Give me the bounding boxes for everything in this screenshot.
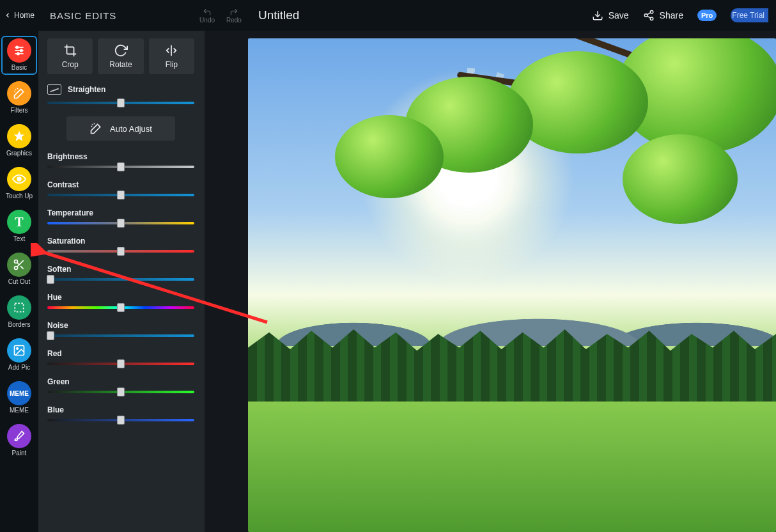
section-title: BASIC EDITS [38, 10, 198, 21]
saturation-slider[interactable] [47, 247, 194, 256]
crop-button[interactable]: Crop [47, 38, 93, 74]
paint-tool[interactable]: Paint [1, 421, 37, 460]
touchup-label: Touch Up [6, 192, 33, 199]
soften-label: Soften [47, 265, 194, 274]
svg-point-3 [650, 17, 653, 20]
text-tool[interactable]: T Text [1, 207, 37, 246]
svg-point-2 [644, 14, 648, 17]
svg-marker-12 [14, 131, 25, 141]
crop-icon [63, 43, 77, 58]
wand-icon [7, 81, 31, 106]
touchup-tool[interactable]: Touch Up [1, 164, 37, 203]
download-icon [592, 10, 603, 21]
auto-adjust-label: Auto Adjust [110, 124, 152, 134]
scissors-icon [7, 253, 31, 277]
top-actions: Save Share Pro Free Trial [592, 8, 776, 22]
red-label: Red [47, 349, 194, 358]
svg-rect-19 [15, 303, 23, 311]
share-label: Share [660, 10, 683, 20]
canvas-area [205, 31, 776, 532]
meme-tool[interactable]: MEME MEME [1, 379, 37, 418]
contrast-slider[interactable] [47, 191, 194, 199]
svg-line-18 [17, 263, 19, 265]
svg-point-13 [17, 177, 21, 181]
contrast-label: Contrast [47, 180, 194, 189]
temperature-label: Temperature [47, 208, 194, 217]
straighten-slider[interactable] [47, 98, 194, 107]
red-slider[interactable] [47, 359, 194, 368]
rotate-icon [114, 43, 128, 58]
crop-label: Crop [62, 60, 79, 69]
undo-redo-group: Undo Redo [198, 8, 243, 24]
rotate-button[interactable]: Rotate [98, 38, 143, 74]
borders-label: Borders [8, 321, 30, 328]
image-canvas[interactable] [248, 38, 776, 532]
redo-label: Redo [226, 17, 242, 24]
saturation-label: Saturation [47, 237, 194, 246]
blue-label: Blue [47, 405, 194, 414]
save-button[interactable]: Save [592, 10, 629, 21]
filters-tool[interactable]: Filters [1, 79, 37, 118]
pro-badge: Pro [697, 10, 717, 21]
noise-slider[interactable] [47, 331, 194, 340]
addpic-label: Add Pic [8, 364, 30, 371]
save-label: Save [609, 10, 629, 20]
temperature-slider[interactable] [47, 219, 194, 228]
cutout-tool[interactable]: Cut Out [1, 250, 37, 289]
share-button[interactable]: Share [643, 10, 683, 21]
addpic-tool[interactable]: Add Pic [1, 336, 37, 375]
green-label: Green [47, 377, 194, 386]
meme-icon: MEME [7, 381, 31, 405]
straighten-row: Straighten [47, 84, 194, 95]
flip-label: Flip [166, 60, 178, 69]
svg-point-1 [650, 11, 653, 14]
text-icon: T [7, 210, 31, 234]
basic-edits-panel: Crop Rotate Flip Straighten Auto Adjust … [38, 31, 205, 532]
flip-button[interactable]: Flip [149, 38, 194, 74]
filters-label: Filters [10, 107, 27, 114]
svg-point-21 [17, 348, 18, 350]
top-bar: Home BASIC EDITS Undo Redo Untitled Save… [0, 0, 776, 31]
brightness-label: Brightness [47, 152, 194, 161]
image-icon [7, 338, 31, 363]
free-trial-button[interactable]: Free Trial [731, 8, 768, 22]
svg-point-11 [17, 52, 19, 54]
svg-line-17 [20, 266, 24, 269]
document-title[interactable]: Untitled [258, 8, 592, 22]
svg-line-5 [647, 13, 650, 15]
frame-icon [7, 295, 31, 320]
soften-slider[interactable] [47, 275, 194, 284]
chevron-left-icon [4, 12, 12, 19]
brightness-slider[interactable] [47, 162, 194, 171]
svg-point-10 [20, 49, 22, 51]
graphics-tool[interactable]: Graphics [1, 121, 37, 160]
borders-tool[interactable]: Borders [1, 293, 37, 332]
basic-label: Basic [12, 64, 27, 71]
rotate-label: Rotate [109, 60, 132, 69]
brush-icon [7, 424, 31, 448]
undo-button[interactable]: Undo [199, 8, 215, 24]
hue-slider[interactable] [47, 303, 194, 312]
meme-label: MEME [10, 407, 29, 414]
transform-row: Crop Rotate Flip [47, 38, 194, 74]
tool-strip: Basic Filters Graphics Touch Up T Text C… [0, 31, 38, 532]
straighten-label: Straighten [68, 85, 105, 94]
eye-icon [7, 167, 31, 191]
cutout-label: Cut Out [8, 278, 30, 285]
graphics-label: Graphics [6, 150, 32, 157]
redo-button[interactable]: Redo [226, 8, 242, 24]
paint-label: Paint [12, 450, 27, 457]
auto-adjust-button[interactable]: Auto Adjust [66, 116, 175, 141]
share-icon [643, 10, 655, 21]
basic-tool[interactable]: Basic [1, 36, 37, 75]
svg-line-4 [647, 16, 650, 18]
undo-label: Undo [199, 17, 215, 24]
sparkle-wand-icon [89, 122, 102, 135]
undo-icon [201, 8, 213, 17]
green-slider[interactable] [47, 387, 194, 396]
svg-point-9 [16, 46, 18, 48]
home-button[interactable]: Home [0, 0, 38, 31]
blue-slider[interactable] [47, 416, 194, 425]
hue-label: Hue [47, 293, 194, 302]
home-label: Home [14, 11, 35, 20]
